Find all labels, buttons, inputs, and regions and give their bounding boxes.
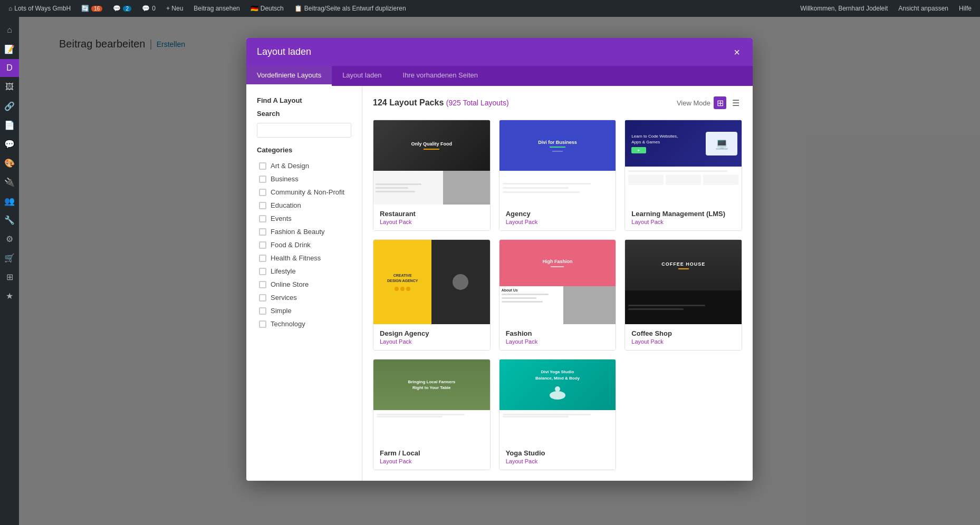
sidebar-icon-divi[interactable]: D	[0, 59, 19, 77]
sidebar-icon-plugins[interactable]: 🔌	[0, 173, 19, 191]
tab-existing-pages[interactable]: Ihre vorhandenen Seiten	[392, 66, 488, 86]
svg-point-1	[555, 386, 560, 392]
category-checkbox-fashion	[259, 228, 266, 236]
layout-card-agency[interactable]: Divi for Business	[499, 120, 617, 231]
category-checkbox-events	[259, 215, 266, 222]
admin-sidebar: ⌂ 📝 D 🖼 🔗 📄 💬 🎨 🔌 👥 🔧 ⚙ 🛒 ⊞ ★	[0, 17, 19, 525]
category-services[interactable]: Services	[257, 291, 351, 304]
layout-grid: Only Quality Food	[373, 120, 742, 470]
sidebar-icon-posts[interactable]: 📝	[0, 40, 19, 58]
sidebar-icon-settings[interactable]: ⚙	[0, 230, 19, 248]
layout-preview-lms: Learn to Code Websites,Apps & Games ► 💻	[625, 120, 742, 205]
sidebar-icon-links[interactable]: 🔗	[0, 97, 19, 115]
layout-card-lms[interactable]: Learn to Code Websites,Apps & Games ► 💻	[624, 120, 742, 231]
comments-button2[interactable]: 💬 0	[138, 0, 160, 17]
layout-modal: Layout laden × Vordefinierte Layouts Lay…	[246, 38, 753, 481]
category-lifestyle[interactable]: Lifestyle	[257, 265, 351, 278]
category-checkbox-business	[259, 176, 266, 183]
filter-panel: Find A Layout Search Categories Art & De…	[246, 86, 362, 481]
layout-info-design-agency: Design Agency Layout Pack	[373, 324, 490, 350]
tab-predefined[interactable]: Vordefinierte Layouts	[246, 66, 332, 86]
comments2-icon: 💬	[142, 5, 150, 12]
admin-bar: ⌂ Lots of Ways GmbH 🔄 16 💬 2 💬 0 + Neu B…	[0, 0, 980, 17]
category-technology[interactable]: Technology	[257, 317, 351, 330]
find-layout-title: Find A Layout	[257, 96, 351, 104]
layout-card-coffee-shop[interactable]: COFFEE HOUSE Coffee Shop	[624, 239, 742, 351]
category-education[interactable]: Education	[257, 199, 351, 212]
layouts-count: 124 Layout Packs (925 Total Layouts)	[373, 98, 509, 108]
view-post-button[interactable]: Beitrag ansehen	[189, 0, 244, 17]
layout-info-lms: Learning Management (LMS) Layout Pack	[625, 205, 742, 230]
category-checkbox-store	[259, 281, 266, 288]
duplicate-button[interactable]: 📋 Beitrag/Seite als Entwurf duplizieren	[290, 0, 410, 17]
layout-preview-farm: Bringing Local FarmersRight to Your Tabl…	[373, 359, 490, 444]
modal-title: Layout laden	[257, 46, 311, 57]
layout-info-coffee-shop: Coffee Shop Layout Pack	[625, 324, 742, 350]
modal-close-button[interactable]: ×	[732, 47, 742, 57]
new-button[interactable]: + Neu	[162, 0, 187, 17]
category-events[interactable]: Events	[257, 212, 351, 225]
language-selector[interactable]: 🇩🇪 Deutsch	[246, 0, 288, 17]
comments-button[interactable]: 💬 2	[109, 0, 136, 17]
view-mode-grid-button[interactable]: ⊞	[714, 96, 726, 109]
sidebar-icon-appearance[interactable]: 🎨	[0, 154, 19, 172]
flag-icon: 🇩🇪	[251, 5, 258, 12]
duplicate-icon: 📋	[294, 5, 302, 12]
layout-card-restaurant[interactable]: Only Quality Food	[373, 120, 491, 231]
modal-tabs: Vordefinierte Layouts Layout laden Ihre …	[246, 66, 753, 86]
layout-card-design-agency[interactable]: CREATIVEDESIGN AGENCY	[373, 239, 491, 351]
layout-preview-fashion: High Fashion About Us	[499, 240, 616, 324]
view-mode-controls: View Mode ⊞ ☰	[677, 96, 742, 109]
categories-title: Categories	[257, 146, 351, 154]
layout-card-yoga[interactable]: Divi Yoga StudioBalance, Mind & Body	[499, 359, 617, 470]
category-business[interactable]: Business	[257, 172, 351, 186]
category-fashion-beauty[interactable]: Fashion & Beauty	[257, 225, 351, 238]
sidebar-icon-comments[interactable]: 💬	[0, 135, 19, 153]
layout-info-farm: Farm / Local Layout Pack	[373, 444, 490, 470]
layout-preview-coffee-shop: COFFEE HOUSE	[625, 240, 742, 324]
layout-preview-yoga: Divi Yoga StudioBalance, Mind & Body	[499, 359, 616, 444]
updates-button[interactable]: 🔄 16	[77, 0, 107, 17]
sidebar-icon-media[interactable]: 🖼	[0, 78, 19, 96]
svg-point-0	[550, 391, 565, 400]
updates-icon: 🔄	[81, 5, 89, 12]
category-checkbox-lifestyle	[259, 268, 266, 275]
layout-info-yoga: Yoga Studio Layout Pack	[499, 444, 616, 470]
category-health-fitness[interactable]: Health & Fitness	[257, 251, 351, 265]
sidebar-icon-pages[interactable]: 📄	[0, 116, 19, 134]
layout-info-agency: Agency Layout Pack	[499, 205, 616, 230]
layout-card-fashion[interactable]: High Fashion About Us	[499, 239, 617, 351]
layout-preview-agency: Divi for Business	[499, 120, 616, 205]
sidebar-icon-users[interactable]: 👥	[0, 192, 19, 210]
sidebar-icon-star[interactable]: ★	[0, 287, 19, 305]
sidebar-icon-woo[interactable]: 🛒	[0, 249, 19, 267]
search-input[interactable]	[257, 123, 351, 138]
category-checkbox-art	[259, 162, 266, 170]
category-checkbox-food	[259, 241, 266, 249]
sidebar-icon-tools[interactable]: 🔧	[0, 211, 19, 229]
category-simple[interactable]: Simple	[257, 304, 351, 317]
layout-info-restaurant: Restaurant Layout Pack	[373, 205, 490, 230]
sidebar-icon-dashboard[interactable]: ⌂	[0, 21, 19, 39]
category-checkbox-services	[259, 294, 266, 302]
layouts-header: 124 Layout Packs (925 Total Layouts) Vie…	[373, 96, 742, 109]
layout-preview-restaurant: Only Quality Food	[373, 120, 490, 205]
sidebar-icon-grid[interactable]: ⊞	[0, 268, 19, 286]
tab-load-layout[interactable]: Layout laden	[332, 66, 392, 86]
comments-icon: 💬	[113, 5, 121, 12]
modal-header: Layout laden ×	[246, 38, 753, 66]
customize-view-button[interactable]: Ansicht anpassen	[894, 0, 953, 17]
site-name[interactable]: ⌂ Lots of Ways GmbH	[4, 0, 75, 17]
view-mode-list-button[interactable]: ☰	[729, 96, 742, 109]
category-checkbox-simple	[259, 307, 266, 315]
category-food-drink[interactable]: Food & Drink	[257, 238, 351, 251]
search-label: Search	[257, 110, 351, 118]
layout-card-farm[interactable]: Bringing Local FarmersRight to Your Tabl…	[373, 359, 491, 470]
category-online-store[interactable]: Online Store	[257, 278, 351, 291]
category-community[interactable]: Community & Non-Profit	[257, 186, 351, 199]
category-art-design[interactable]: Art & Design	[257, 159, 351, 172]
modal-overlay: Layout laden × Vordefinierte Layouts Lay…	[19, 17, 980, 525]
category-checkbox-community	[259, 189, 266, 196]
modal-body: Find A Layout Search Categories Art & De…	[246, 86, 753, 481]
help-button[interactable]: Hilfe	[955, 0, 976, 17]
